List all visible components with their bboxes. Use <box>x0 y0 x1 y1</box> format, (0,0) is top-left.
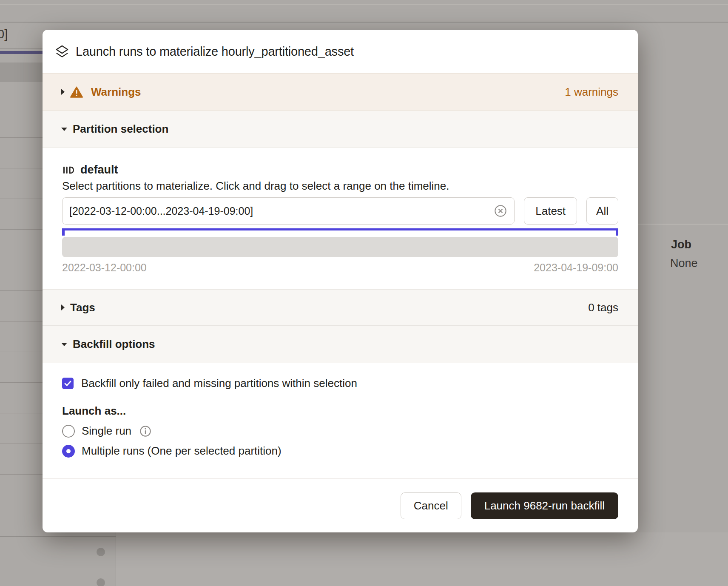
backfill-options-header: Backfill options <box>73 338 155 351</box>
bg-header-line <box>0 48 43 49</box>
bg-row-line <box>0 536 116 537</box>
dialog-footer: Cancel Launch 9682-run backfill <box>43 478 638 532</box>
cancel-button[interactable]: Cancel <box>401 492 461 519</box>
dialog-title: Launch runs to materialize hourly_partit… <box>76 45 354 59</box>
latest-button[interactable]: Latest <box>524 197 577 225</box>
bg-table-row-lines <box>0 77 43 532</box>
bg-toolbar-border <box>0 22 728 23</box>
info-icon[interactable] <box>139 425 152 438</box>
launch-backfill-dialog: Launch runs to materialize hourly_partit… <box>43 30 638 532</box>
partition-selection-toggle[interactable]: Partition selection <box>43 111 638 148</box>
bg-row-line <box>0 567 116 567</box>
radio-unselected-icon[interactable] <box>62 425 75 438</box>
tags-count: 0 tags <box>588 301 618 314</box>
bg-status-dot <box>97 548 105 556</box>
timeline-start-label: 2022-03-12-00:00 <box>62 262 147 274</box>
bg-column-divider <box>116 532 116 586</box>
chevron-right-icon <box>61 304 65 310</box>
bg-accent-line <box>0 51 43 54</box>
partition-timeline[interactable] <box>62 237 618 257</box>
bg-bottom-right-panel <box>116 532 728 586</box>
backfill-options-content: Backfill only failed and missing partiti… <box>43 363 638 478</box>
bg-partial-input-text: 0] <box>0 27 8 41</box>
partition-range-input[interactable]: [2022-03-12-00:00...2023-04-19-09:00] <box>62 197 515 225</box>
materialize-layers-icon <box>54 44 70 59</box>
single-run-label: Single run <box>82 424 131 438</box>
checkbox-label: Backfill only failed and missing partiti… <box>81 377 357 390</box>
timeline-selection-bar[interactable] <box>62 228 618 230</box>
warnings-count: 1 warnings <box>565 85 618 99</box>
multiple-runs-radio[interactable]: Multiple runs (One per selected partitio… <box>62 444 618 458</box>
bg-selected-row-band <box>0 63 43 82</box>
tags-header: Tags <box>70 301 95 314</box>
partition-set-icon <box>62 164 74 176</box>
partition-selection-description: Select partitions to materialize. Click … <box>62 179 618 193</box>
warning-triangle-icon <box>70 86 83 98</box>
warnings-section-toggle[interactable]: Warnings 1 warnings <box>43 73 638 111</box>
page: 0] Job None Launch runs to materialize h… <box>0 0 728 586</box>
bg-job-column-line <box>638 224 728 225</box>
radio-selected-icon[interactable] <box>62 445 75 458</box>
bg-job-column-value: None <box>670 257 698 270</box>
single-run-radio[interactable]: Single run <box>62 424 618 438</box>
partition-dimension-name: default <box>80 163 118 176</box>
clear-input-icon[interactable] <box>494 204 507 218</box>
launch-as-label: Launch as... <box>62 404 618 418</box>
warnings-label: Warnings <box>91 85 141 99</box>
bg-status-dot <box>97 578 105 586</box>
tags-section-toggle[interactable]: Tags 0 tags <box>43 289 638 326</box>
partition-selection-content: default Select partitions to materialize… <box>43 148 638 289</box>
bg-top-border <box>0 4 728 5</box>
all-button[interactable]: All <box>586 197 618 225</box>
chevron-down-icon <box>61 343 67 346</box>
checkbox-checked-icon[interactable] <box>62 378 74 389</box>
chevron-down-icon <box>61 128 67 131</box>
backfill-only-failed-checkbox-row[interactable]: Backfill only failed and missing partiti… <box>62 377 618 390</box>
backfill-options-toggle[interactable]: Backfill options <box>43 326 638 363</box>
dialog-header: Launch runs to materialize hourly_partit… <box>43 30 638 73</box>
multiple-runs-label: Multiple runs (One per selected partitio… <box>82 444 282 458</box>
partition-selection-header: Partition selection <box>73 122 168 136</box>
bg-job-column-header: Job <box>671 238 691 251</box>
chevron-right-icon <box>61 89 65 95</box>
launch-backfill-button[interactable]: Launch 9682-run backfill <box>471 492 618 519</box>
partition-range-value: [2022-03-12-00:00...2023-04-19-09:00] <box>69 205 494 217</box>
timeline-end-label: 2023-04-19-09:00 <box>534 262 618 274</box>
